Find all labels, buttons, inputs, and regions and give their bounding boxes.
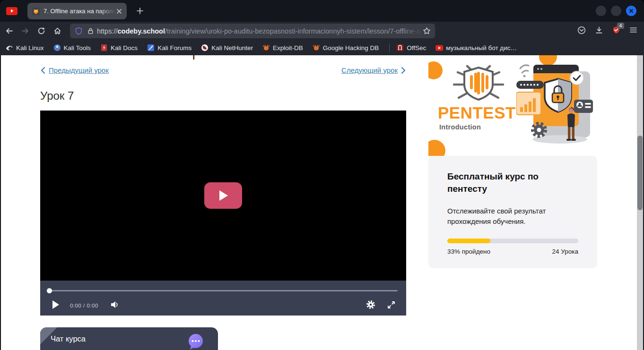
- play-icon: [9, 9, 14, 13]
- bookmark-label: Google Hacking DB: [323, 44, 379, 51]
- video-screen[interactable]: [40, 111, 406, 281]
- bookmark-label: музыкальный бот дис…: [446, 44, 517, 51]
- minimize-button[interactable]: [596, 6, 606, 16]
- maximize-button[interactable]: [611, 6, 621, 16]
- previous-lesson-label: Предыдущий урок: [49, 66, 109, 74]
- new-tab-button[interactable]: [135, 6, 145, 16]
- tab-title-fade: [99, 8, 115, 15]
- kali-nethunter-icon: [201, 44, 209, 51]
- hamburger-icon: [629, 26, 637, 34]
- bookmark-label: OffSec: [407, 44, 426, 51]
- bookmark-label: Exploit-DB: [273, 44, 303, 51]
- previous-lesson-link[interactable]: Предыдущий урок: [40, 66, 109, 74]
- chevron-left-icon: [40, 67, 45, 74]
- browser-window: 7. Offline атака на пароли: [0, 0, 644, 350]
- back-button[interactable]: [2, 25, 16, 38]
- menu-button[interactable]: [629, 26, 637, 36]
- bookmark-music-bot[interactable]: музыкальный бот дис…: [435, 44, 517, 51]
- url-protocol: https://: [97, 27, 118, 35]
- download-icon: [595, 26, 603, 34]
- play-icon: [217, 189, 229, 202]
- orange-circle-decoration: [428, 140, 445, 156]
- scrollbar-thumb[interactable]: [637, 136, 643, 210]
- bookmark-star-button[interactable]: [422, 27, 431, 35]
- chat-bubble-icon[interactable]: [188, 333, 204, 350]
- toolbar-right-icons: 4: [577, 22, 637, 40]
- active-tab[interactable]: 7. Offline атака на пароли: [27, 3, 127, 19]
- video-controls-bar: 0:00 / 0:00: [40, 281, 406, 316]
- youtube-pinned-icon[interactable]: [6, 7, 17, 15]
- window-controls: [596, 6, 636, 16]
- next-lesson-link[interactable]: Следующий урок: [341, 66, 406, 74]
- video-time-display: 0:00 / 0:00: [70, 303, 98, 308]
- fullscreen-icon: [387, 300, 396, 309]
- offsec-icon: [396, 44, 404, 51]
- course-progress-card: Бесплатный курс по пентесту Отслеживайте…: [428, 156, 597, 268]
- reload-icon: [37, 27, 45, 35]
- close-icon: [116, 9, 122, 14]
- brand-subtitle: Introduction: [439, 123, 518, 131]
- bookmarks-bar: Kali Linux Kali Tools Kali Docs Kali For…: [0, 40, 644, 55]
- url-text: https://codeby.school/training/view/urok…: [97, 27, 422, 35]
- adblock-extension-button[interactable]: 4: [612, 26, 620, 36]
- video-play-button[interactable]: [52, 300, 60, 311]
- navigation-toolbar: https://codeby.school/training/view/urok…: [0, 22, 644, 40]
- plus-icon: [136, 7, 144, 15]
- google-hacking-db-icon: [313, 44, 320, 51]
- downloads-button[interactable]: [595, 26, 603, 36]
- kali-tools-icon: [53, 44, 61, 51]
- course-progress-fill: [447, 239, 490, 243]
- bookmark-kali-tools[interactable]: Kali Tools: [53, 44, 91, 51]
- chevron-right-icon: [401, 67, 406, 74]
- lesson-title: Урок 7: [40, 89, 406, 102]
- kali-forums-icon: [147, 44, 155, 51]
- kali-linux-icon: [6, 44, 13, 51]
- page-scrollbar[interactable]: [637, 55, 643, 350]
- bookmark-offsec[interactable]: OffSec: [396, 44, 426, 51]
- bookmarks-separator: [389, 43, 390, 52]
- pentest-brand: PENTEST Introduction: [438, 65, 518, 131]
- bookmark-label: Kali Docs: [111, 44, 138, 51]
- bookmark-google-hacking-db[interactable]: Google Hacking DB: [313, 44, 379, 51]
- bookmark-kali-nethunter[interactable]: Kali NetHunter: [201, 44, 253, 51]
- bookmark-label: Kali Forums: [157, 44, 191, 51]
- home-button[interactable]: [50, 25, 64, 38]
- bug-shield-logo-icon: [448, 65, 509, 102]
- forward-button[interactable]: [18, 25, 32, 38]
- course-illustration: [516, 58, 596, 153]
- pocket-icon: [577, 26, 586, 34]
- video-volume-button[interactable]: [110, 300, 120, 311]
- brand-name: PENTEST: [438, 103, 518, 122]
- bookmark-kali-linux[interactable]: Kali Linux: [6, 44, 44, 51]
- lesson-navigation: Предыдущий урок Следующий урок: [40, 66, 406, 74]
- course-banner[interactable]: PENTEST Introduction: [428, 55, 599, 156]
- tracking-protection-shield-icon[interactable]: [75, 27, 83, 35]
- close-button[interactable]: [626, 6, 636, 16]
- bookmark-kali-forums[interactable]: Kali Forums: [147, 44, 191, 51]
- lessons-count-label: 24 Урока: [552, 248, 578, 255]
- url-path: /training/view/uroki-po-auditu-bezopasno…: [165, 27, 422, 35]
- bookmark-label: Kali Linux: [16, 44, 44, 51]
- video-fullscreen-button[interactable]: [387, 300, 396, 311]
- lock-icon[interactable]: [87, 27, 94, 34]
- back-icon: [5, 27, 13, 35]
- video-seek-bar[interactable]: [49, 290, 398, 291]
- video-settings-button[interactable]: [366, 300, 375, 311]
- course-card-title: Бесплатный курс по пентесту: [447, 171, 566, 195]
- video-seek-handle[interactable]: [47, 288, 52, 293]
- close-icon: [629, 9, 634, 13]
- volume-icon: [110, 300, 120, 309]
- url-bar[interactable]: https://codeby.school/training/view/urok…: [70, 24, 435, 38]
- youtube-icon: [435, 44, 443, 51]
- course-chat-widget[interactable]: Чат курса: [40, 327, 218, 350]
- tab-close-button[interactable]: [115, 8, 123, 15]
- pocket-button[interactable]: [577, 26, 586, 36]
- video-big-play-button[interactable]: [204, 182, 242, 209]
- reload-button[interactable]: [34, 25, 48, 38]
- tab-title: 7. Offline атака на пароли: [44, 8, 115, 15]
- bookmark-kali-docs[interactable]: Kali Docs: [100, 44, 138, 51]
- bookmark-exploit-db[interactable]: Exploit-DB: [262, 44, 303, 51]
- video-player: 0:00 / 0:00: [40, 111, 406, 316]
- progress-labels: 33% пройдено 24 Урока: [447, 248, 578, 255]
- gear-icon: [366, 300, 375, 309]
